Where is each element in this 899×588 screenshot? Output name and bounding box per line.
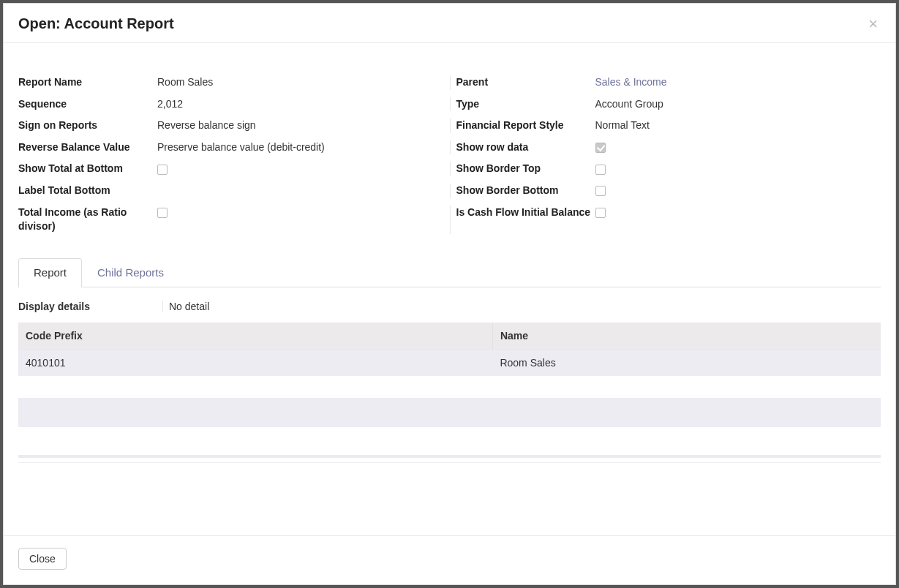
thin-separator — [18, 455, 881, 458]
label-sequence: Sequence — [18, 97, 157, 112]
value-sign-on-reports: Reverse balance sign — [157, 118, 450, 133]
value-parent-link[interactable]: Sales & Income — [595, 75, 881, 90]
label-sign-on-reports: Sign on Reports — [18, 118, 157, 133]
label-type: Type — [456, 97, 595, 112]
dialog-header: Open: Account Report × — [4, 4, 895, 42]
dialog-title: Open: Account Report — [18, 15, 174, 32]
table-row[interactable]: 4010101 Room Sales — [18, 349, 881, 376]
tab-bar: Report Child Reports — [18, 257, 881, 287]
value-report-name: Room Sales — [157, 75, 450, 90]
label-show-total-at-bottom: Show Total at Bottom — [18, 162, 157, 176]
tab-child-reports[interactable]: Child Reports — [82, 258, 179, 287]
label-report-name: Report Name — [18, 75, 157, 90]
label-label-total-bottom: Label Total Bottom — [18, 184, 157, 198]
dialog-body[interactable]: Report Name Room Sales Parent Sales & In… — [4, 42, 895, 536]
value-type: Account Group — [595, 97, 881, 112]
close-button[interactable]: Close — [18, 548, 67, 570]
label-reverse-balance-value: Reverse Balance Value — [18, 140, 157, 155]
account-report-dialog: Open: Account Report × Report Name Room … — [3, 3, 896, 585]
label-show-border-top: Show Border Top — [456, 162, 595, 176]
tab-report[interactable]: Report — [18, 258, 82, 287]
label-show-row-data: Show row data — [456, 140, 595, 155]
value-label-total-bottom — [157, 184, 450, 198]
label-financial-report-style: Financial Report Style — [456, 118, 595, 133]
tab-pane-report: Display details No detail Code Prefix Na… — [18, 287, 881, 463]
form-sheet: Report Name Room Sales Parent Sales & In… — [18, 43, 881, 241]
value-financial-report-style: Normal Text — [595, 118, 881, 133]
cell-name: Room Sales — [492, 349, 881, 376]
empty-band — [18, 398, 881, 427]
cell-code-prefix: 4010101 — [18, 349, 492, 376]
header-code-prefix[interactable]: Code Prefix — [18, 323, 492, 350]
checkbox-is-cash-flow-initial-balance[interactable] — [595, 208, 606, 218]
label-display-details: Display details — [18, 301, 163, 312]
value-reverse-balance-value: Preserve balance value (debit-credit) — [157, 140, 450, 155]
label-is-cash-flow-initial-balance: Is Cash Flow Initial Balance — [456, 206, 595, 234]
label-parent: Parent — [456, 75, 595, 90]
accounts-table: Code Prefix Name 4010101 Room Sales — [18, 323, 881, 376]
checkbox-show-border-bottom[interactable] — [595, 186, 606, 196]
label-show-border-bottom: Show Border Bottom — [456, 184, 595, 198]
white-separator — [18, 462, 881, 463]
checkbox-total-income-ratio[interactable] — [157, 208, 168, 218]
value-sequence: 2,012 — [157, 97, 450, 112]
close-icon[interactable]: × — [865, 16, 881, 32]
dialog-footer: Close — [4, 536, 895, 584]
value-display-details: No detail — [163, 301, 881, 312]
checkbox-show-border-top[interactable] — [595, 165, 606, 175]
checkbox-show-row-data — [595, 143, 606, 153]
label-total-income-ratio: Total Income (as Ratio divisor) — [18, 206, 157, 234]
header-name[interactable]: Name — [492, 323, 881, 350]
checkbox-show-total-at-bottom[interactable] — [157, 165, 168, 175]
